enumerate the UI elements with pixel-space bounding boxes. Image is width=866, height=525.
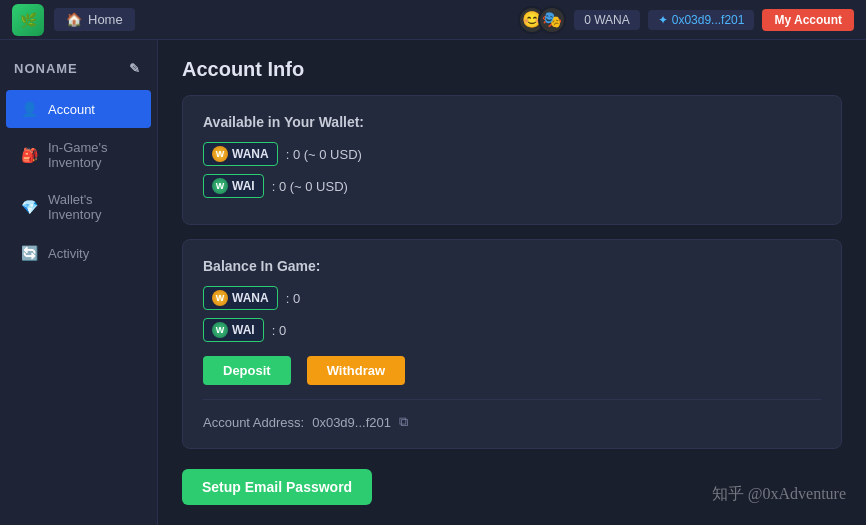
topbar-right: 😊 🎭 0 WANA ✦ 0x03d9...f201 My Account [518, 6, 854, 34]
wai-balance-value: : 0 [272, 323, 286, 338]
sidebar-header: NONAME ✎ [0, 48, 157, 88]
copy-icon[interactable]: ⧉ [399, 414, 408, 430]
sidebar-item-account[interactable]: 👤 Account [6, 90, 151, 128]
wai-balance-row: W WAI : 0 [203, 318, 821, 342]
wana-balance-value: : 0 [286, 291, 300, 306]
wana-balance-display: 0 WANA [574, 10, 640, 30]
action-buttons: Deposit Withdraw [203, 356, 821, 385]
deposit-button[interactable]: Deposit [203, 356, 291, 385]
wallet-address-button[interactable]: ✦ 0x03d9...f201 [648, 10, 755, 30]
balance-section-title: Balance In Game: [203, 258, 821, 274]
wana-balance-icon: W [212, 290, 228, 306]
edit-icon[interactable]: ✎ [127, 60, 143, 76]
account-icon: 👤 [20, 100, 38, 118]
wai-icon: W [212, 178, 228, 194]
avatar-icons: 😊 🎭 [518, 6, 566, 34]
main-content: Account Info Available in Your Wallet: W… [158, 40, 866, 525]
divider [203, 399, 821, 400]
wallet-icon: ✦ [658, 13, 668, 27]
topbar: 🌿 🏠 Home 😊 🎭 0 WANA ✦ 0x03d9...f201 My A… [0, 0, 866, 40]
avatar-2: 🎭 [538, 6, 566, 34]
wai-balance-label: WAI [232, 323, 255, 337]
sidebar-item-ingame-label: In-Game's Inventory [48, 140, 137, 170]
sidebar-item-activity-label: Activity [48, 246, 89, 261]
inventory-icon: 🎒 [20, 146, 38, 164]
home-button[interactable]: 🏠 Home [54, 8, 135, 31]
sidebar-item-account-label: Account [48, 102, 95, 117]
logo: 🌿 [12, 4, 44, 36]
wana-balance-label: WANA [232, 291, 269, 305]
wai-wallet-value: : 0 (~ 0 USD) [272, 179, 348, 194]
balance-card: Balance In Game: W WANA : 0 W WAI : 0 De… [182, 239, 842, 449]
account-address-label: Account Address: [203, 415, 304, 430]
sidebar-username: NONAME [14, 61, 78, 76]
wana-balance-row: W WANA : 0 [203, 286, 821, 310]
account-address-row: Account Address: 0x03d9...f201 ⧉ [203, 414, 821, 430]
account-address-value: 0x03d9...f201 [312, 415, 391, 430]
wana-wallet-row: W WANA : 0 (~ 0 USD) [203, 142, 821, 166]
wai-balance-badge: W WAI [203, 318, 264, 342]
main-layout: NONAME ✎ 👤 Account 🎒 In-Game's Inventory… [0, 40, 866, 525]
sidebar-item-in-game-inventory[interactable]: 🎒 In-Game's Inventory [6, 130, 151, 180]
activity-icon: 🔄 [20, 244, 38, 262]
sidebar-item-activity[interactable]: 🔄 Activity [6, 234, 151, 272]
wana-balance-badge: W WANA [203, 286, 278, 310]
page-title: Account Info [182, 58, 842, 81]
wai-wallet-label: WAI [232, 179, 255, 193]
wana-icon: W [212, 146, 228, 162]
wai-wallet-badge: W WAI [203, 174, 264, 198]
wana-wallet-label: WANA [232, 147, 269, 161]
home-label: Home [88, 12, 123, 27]
setup-email-button[interactable]: Setup Email Password [182, 469, 372, 505]
sidebar-item-wallet-label: Wallet's Inventory [48, 192, 137, 222]
wallet-section-title: Available in Your Wallet: [203, 114, 821, 130]
withdraw-button[interactable]: Withdraw [307, 356, 405, 385]
wana-wallet-badge: W WANA [203, 142, 278, 166]
wai-balance-icon: W [212, 322, 228, 338]
wai-wallet-row: W WAI : 0 (~ 0 USD) [203, 174, 821, 198]
sidebar-item-wallets-inventory[interactable]: 💎 Wallet's Inventory [6, 182, 151, 232]
wallet-card: Available in Your Wallet: W WANA : 0 (~ … [182, 95, 842, 225]
sidebar: NONAME ✎ 👤 Account 🎒 In-Game's Inventory… [0, 40, 158, 525]
home-icon: 🏠 [66, 12, 82, 27]
wallet-inventory-icon: 💎 [20, 198, 38, 216]
my-account-button[interactable]: My Account [762, 9, 854, 31]
wana-wallet-value: : 0 (~ 0 USD) [286, 147, 362, 162]
wallet-address-text: 0x03d9...f201 [672, 13, 745, 27]
logo-icon: 🌿 [20, 12, 37, 28]
